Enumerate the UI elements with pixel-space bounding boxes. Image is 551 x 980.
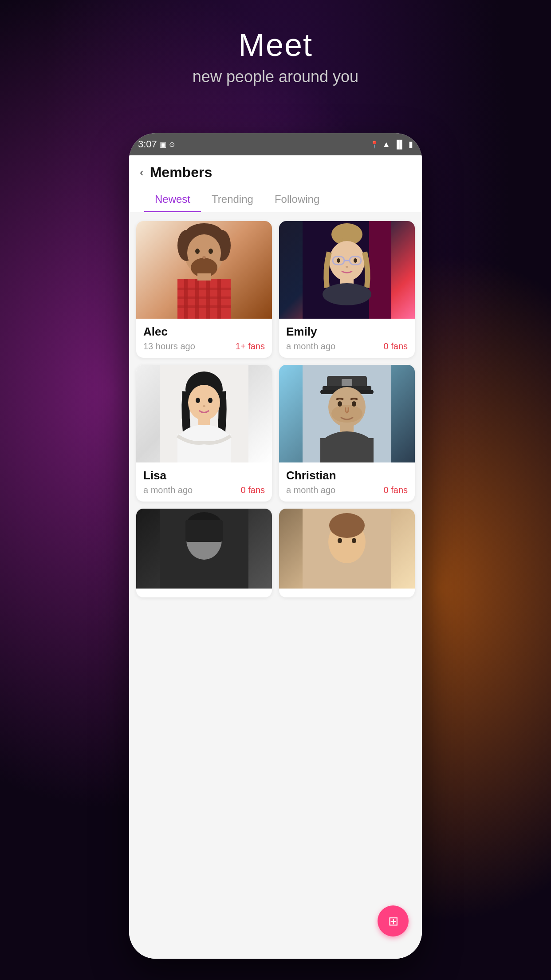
member-time-lisa: a month ago (143, 485, 193, 495)
members-grid: Alec 13 hours ago 1+ fans (129, 212, 422, 606)
svg-rect-19 (369, 221, 391, 319)
app-content: ‹ Members Newest Trending Following (129, 155, 422, 959)
svg-point-33 (188, 385, 220, 420)
svg-point-7 (209, 249, 213, 254)
tabs-container: Newest Trending Following (140, 188, 411, 212)
member-photo-christian (279, 365, 415, 462)
svg-rect-14 (177, 288, 231, 290)
svg-point-58 (329, 513, 365, 538)
svg-point-60 (352, 538, 356, 543)
svg-point-28 (346, 266, 348, 268)
member-photo-alec (136, 221, 272, 319)
svg-rect-44 (342, 379, 352, 386)
member-photo-partial-right (279, 509, 415, 589)
member-meta-emily: a month ago 0 fans (286, 341, 408, 352)
member-card-partial-right[interactable] (279, 509, 415, 597)
member-time-emily: a month ago (286, 341, 335, 352)
svg-point-47 (338, 401, 342, 407)
member-info-christian: Christian a month ago 0 fans (279, 462, 415, 502)
fab-icon: ⊞ (388, 914, 398, 929)
member-info-lisa: Lisa a month ago 0 fans (136, 462, 272, 502)
svg-rect-17 (197, 273, 211, 281)
notification-icon: ⊙ (169, 140, 175, 149)
member-card-alec[interactable]: Alec 13 hours ago 1+ fans (136, 221, 272, 358)
member-name-lisa: Lisa (143, 469, 265, 482)
member-fans-alec: 1+ fans (236, 341, 265, 352)
member-meta-alec: 13 hours ago 1+ fans (143, 341, 265, 352)
member-card-emily[interactable]: Emily a month ago 0 fans (279, 221, 415, 358)
header-top: ‹ Members (140, 164, 411, 188)
location-icon: 📍 (370, 140, 379, 149)
svg-point-27 (354, 258, 357, 263)
svg-rect-16 (177, 305, 231, 308)
svg-point-30 (323, 283, 371, 305)
svg-point-8 (202, 256, 206, 259)
fab-button[interactable]: ⊞ (378, 905, 409, 937)
svg-point-36 (203, 405, 205, 407)
member-meta-lisa: a month ago 0 fans (143, 485, 265, 495)
svg-point-59 (338, 538, 342, 543)
hero-subtitle: new people around you (0, 67, 551, 86)
status-left: 3:07 ▣ ⊙ (138, 138, 175, 150)
member-photo-partial-left (136, 509, 272, 589)
tab-trending[interactable]: Trending (201, 188, 264, 212)
battery-icon: ▮ (409, 139, 413, 149)
member-name-alec: Alec (143, 325, 265, 339)
member-fans-emily: 0 fans (384, 341, 408, 352)
svg-point-26 (337, 258, 340, 263)
member-fans-christian: 0 fans (384, 485, 408, 495)
hero-title: Meet (0, 27, 551, 63)
svg-point-48 (352, 401, 356, 407)
tab-newest[interactable]: Newest (144, 188, 201, 212)
hero-section: Meet new people around you (0, 27, 551, 86)
svg-rect-15 (177, 296, 231, 299)
back-button[interactable]: ‹ (140, 166, 144, 179)
member-time-christian: a month ago (286, 485, 335, 495)
member-info-alec: Alec 13 hours ago 1+ fans (136, 319, 272, 358)
phone-mockup: 3:07 ▣ ⊙ 📍 ▲ ▐▌ ▮ ‹ Members Newest Tr (129, 133, 422, 959)
member-card-partial-left[interactable] (136, 509, 272, 597)
page-title: Members (150, 164, 213, 181)
member-info-emily: Emily a month ago 0 fans (279, 319, 415, 358)
status-time: 3:07 (138, 138, 157, 150)
status-right-icons: 📍 ▲ ▐▌ ▮ (370, 139, 413, 149)
svg-point-34 (196, 398, 200, 403)
status-bar: 3:07 ▣ ⊙ 📍 ▲ ▐▌ ▮ (129, 133, 422, 155)
tab-following[interactable]: Following (264, 188, 330, 212)
member-meta-christian: a month ago 0 fans (286, 485, 408, 495)
app-header: ‹ Members Newest Trending Following (129, 155, 422, 212)
member-name-emily: Emily (286, 325, 408, 339)
svg-rect-39 (177, 434, 231, 462)
svg-point-35 (208, 398, 213, 403)
member-card-lisa[interactable]: Lisa a month ago 0 fans (136, 365, 272, 502)
member-photo-emily (279, 221, 415, 319)
svg-rect-51 (320, 438, 374, 462)
svg-point-6 (195, 249, 200, 254)
signal-icon: ▐▌ (394, 140, 405, 149)
sim-icon: ▣ (160, 140, 166, 149)
member-name-christian: Christian (286, 469, 408, 482)
member-time-alec: 13 hours ago (143, 341, 195, 352)
member-fans-lisa: 0 fans (241, 485, 265, 495)
member-photo-lisa (136, 365, 272, 462)
wifi-icon: ▲ (382, 140, 390, 149)
member-card-christian[interactable]: Christian a month ago 0 fans (279, 365, 415, 502)
svg-rect-55 (185, 520, 223, 542)
